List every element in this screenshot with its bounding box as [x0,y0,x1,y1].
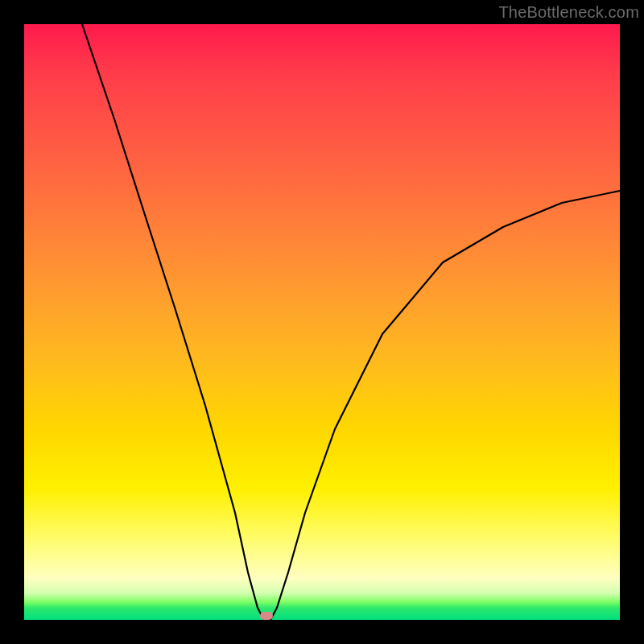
plot-area [24,24,620,620]
bottleneck-curve [24,24,620,620]
minimum-marker [260,612,273,620]
chart-frame: TheBottleneck.com [0,0,644,644]
watermark-text: TheBottleneck.com [498,3,639,22]
